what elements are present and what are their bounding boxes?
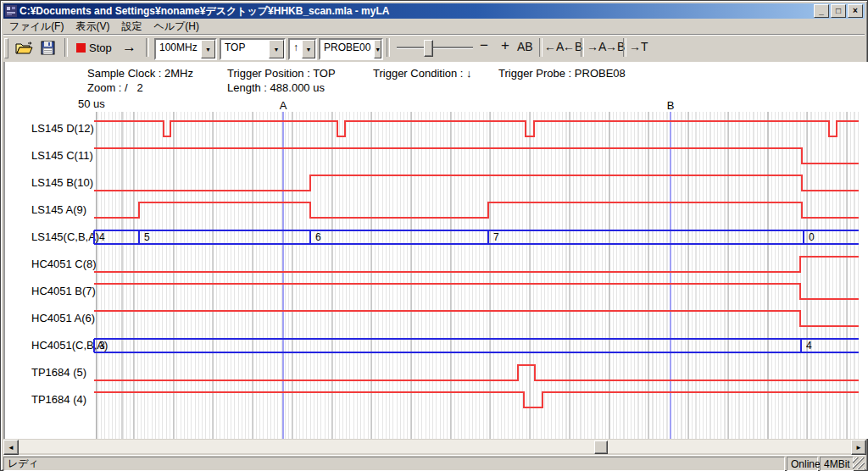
waveform-workspace: Sample Clock : 2MHz Trigger Position : T…: [3, 62, 868, 439]
timebase-label: 50 us: [78, 97, 105, 110]
waveform-plot[interactable]: [96, 112, 861, 439]
channel-label: LS145 C(11): [31, 149, 93, 162]
channel-label: HC4051(C,B,A): [31, 339, 108, 352]
trigger-probe-select[interactable]: PROBE00 ▼: [319, 38, 383, 60]
channel-label: HC4051 B(7): [31, 285, 96, 297]
menu-bar: ファイル(F) 表示(V) 設定 ヘルプ(H): [3, 19, 865, 35]
length-info: Length : 488.000 us: [227, 81, 325, 94]
channel-label: TP1684 (4): [31, 393, 86, 406]
window-title: C:¥Documents and Settings¥noname¥デスクトップ¥…: [19, 4, 814, 19]
menu-file[interactable]: ファイル(F): [3, 19, 70, 35]
run-arrow-icon: →: [119, 37, 140, 58]
minimize-button[interactable]: _: [814, 4, 829, 18]
maximize-button[interactable]: □: [831, 4, 846, 18]
chevron-down-icon[interactable]: ▼: [269, 40, 284, 58]
chevron-down-icon[interactable]: ▼: [201, 40, 215, 58]
menu-help[interactable]: ヘルプ(H): [147, 19, 205, 35]
trigger-condition-info: Trigger Condition : ↓: [373, 67, 472, 80]
horizontal-scrollbar[interactable]: ◄ ►: [3, 440, 866, 453]
status-ready: レディ: [3, 457, 785, 471]
channel-label: LS145 D(12): [31, 122, 94, 135]
open-button[interactable]: [15, 35, 34, 60]
zoom-slider-track[interactable]: [397, 47, 473, 49]
sample-clock-select[interactable]: 100MHz ▼: [154, 38, 217, 60]
toolbar: Stop → 100MHz ▼ TOP ▼ ↑ ▼ PROBE00 ▼ − + …: [3, 35, 865, 60]
menu-view[interactable]: 表示(V): [70, 19, 115, 35]
goto-trigger-button[interactable]: →T: [629, 40, 648, 53]
title-bar: C:¥Documents and Settings¥noname¥デスクトップ¥…: [3, 3, 865, 19]
zoom-out-button[interactable]: −: [480, 37, 488, 54]
ab-range-button[interactable]: AB: [517, 40, 533, 53]
set-marker-b-button[interactable]: →B: [605, 40, 625, 53]
scroll-left-button[interactable]: ◄: [3, 440, 19, 455]
zoom-in-button[interactable]: +: [501, 37, 509, 54]
status-memory: 4MBit: [820, 457, 854, 471]
trigger-position-value: TOP: [221, 40, 269, 58]
trigger-condition-value: ↑: [290, 40, 302, 58]
app-icon: [5, 5, 17, 17]
channel-label: LS145(C,B,A): [31, 230, 99, 243]
run-button[interactable]: →: [119, 35, 140, 60]
trigger-position-select[interactable]: TOP ▼: [220, 38, 286, 60]
toolbar-separator: [64, 38, 68, 57]
status-online: Online: [787, 457, 818, 471]
stop-button[interactable]: Stop: [73, 35, 115, 60]
scroll-right-button[interactable]: ►: [851, 440, 866, 455]
scrollbar-thumb[interactable]: [594, 441, 608, 454]
sample-clock-info: Sample Clock : 2MHz: [87, 67, 193, 80]
close-button[interactable]: ×: [848, 4, 863, 18]
open-folder-icon: [15, 41, 34, 55]
toolbar-separator: [539, 38, 542, 57]
toolbar-separator: [623, 38, 626, 57]
goto-marker-a-button[interactable]: ←A: [544, 40, 564, 53]
channel-label: HC4051 A(6): [31, 312, 95, 324]
toolbar-separator: [581, 38, 584, 57]
resize-grip[interactable]: [853, 457, 865, 469]
channel-label: TP1684 (5): [31, 366, 86, 379]
status-bar: レディ Online 4MBit: [3, 455, 865, 470]
stop-icon: [76, 43, 86, 53]
channel-label: LS145 B(10): [31, 176, 93, 189]
save-floppy-icon: [41, 41, 55, 55]
trigger-probe-info: Trigger Probe : PROBE08: [498, 67, 626, 80]
channel-label: LS145 A(9): [31, 203, 86, 216]
toolbar-grip: [4, 38, 8, 58]
sample-clock-value: 100MHz: [156, 40, 201, 58]
save-button[interactable]: [41, 35, 55, 60]
zoom-slider-thumb[interactable]: [424, 40, 433, 57]
trigger-condition-select[interactable]: ↑ ▼: [288, 38, 317, 60]
trigger-probe-value: PROBE00: [320, 40, 374, 58]
zoom-info: Zoom : / 2: [87, 81, 143, 94]
menu-settings[interactable]: 設定: [115, 19, 147, 35]
goto-marker-b-button[interactable]: ←B: [563, 40, 582, 53]
toolbar-separator: [387, 38, 390, 57]
chevron-down-icon[interactable]: ▼: [374, 40, 381, 58]
app-window: C:¥Documents and Settings¥noname¥デスクトップ¥…: [0, 0, 868, 471]
set-marker-a-button[interactable]: →A: [587, 40, 606, 53]
channel-label: HC4051 C(8): [31, 258, 97, 270]
chevron-down-icon[interactable]: ▼: [302, 40, 315, 58]
trigger-position-info: Trigger Position : TOP: [227, 67, 336, 80]
stop-label: Stop: [89, 42, 112, 54]
toolbar-separator: [146, 38, 149, 57]
